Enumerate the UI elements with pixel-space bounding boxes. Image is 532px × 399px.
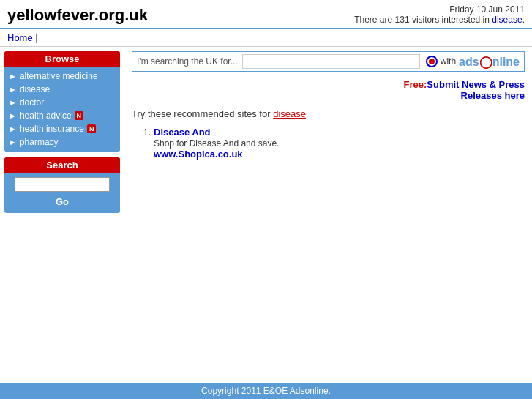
search-bar-input[interactable] <box>242 54 420 69</box>
adsonline-logo: ads◯nline <box>459 55 520 69</box>
press-release: Free:Submit News & Press Releases here <box>132 79 525 101</box>
visitors-label: There are 131 visitors interested in <box>354 15 492 25</box>
search-go-button[interactable]: Go <box>44 195 80 209</box>
page-layout: Browse ► alternative medicine ► disease … <box>0 47 532 217</box>
footer-text: Copyright 2011 E&OE Adsonline. <box>201 386 331 396</box>
radio-button[interactable] <box>426 56 438 67</box>
radio-area: with ads◯nline <box>426 55 520 69</box>
main-content: I'm searching the UK for... with ads◯nli… <box>124 51 532 213</box>
ads-text: ads <box>459 56 479 68</box>
sidebar-item-health-advice[interactable]: ► health advice N <box>7 109 117 122</box>
arrow-icon: ► <box>9 85 17 94</box>
badge-new: N <box>87 124 97 133</box>
sidebar-link-pharmacy[interactable]: pharmacy <box>20 137 59 147</box>
arrow-icon: ► <box>9 124 17 133</box>
sidebar-item-disease[interactable]: ► disease <box>7 83 117 96</box>
nav-home[interactable]: Home <box>7 32 33 43</box>
badge-new: N <box>75 111 84 120</box>
sidebar-link-health-insurance[interactable]: health insurance <box>20 124 84 134</box>
sidebar-link-alternative-medicine[interactable]: alternative medicine <box>20 71 98 81</box>
recommended-keyword[interactable]: disease <box>273 108 306 119</box>
visitors-text: There are 131 visitors interested in dis… <box>354 15 525 25</box>
press-free-label: Free: <box>404 79 427 90</box>
nav-bar: Home | <box>0 29 532 47</box>
radio-inner <box>429 59 435 64</box>
with-label: with <box>441 56 456 67</box>
sidebar-items: ► alternative medicine ► disease ► docto… <box>4 67 120 152</box>
sidebar-item-alternative-medicine[interactable]: ► alternative medicine <box>7 70 117 83</box>
ads-o: ◯ <box>479 56 492 68</box>
nav-separator: | <box>35 32 37 43</box>
sidebar-item-doctor[interactable]: ► doctor <box>7 96 117 109</box>
sidebar-item-health-insurance[interactable]: ► health insurance N <box>7 122 117 135</box>
arrow-icon: ► <box>9 138 17 146</box>
arrow-icon: ► <box>9 72 17 81</box>
sidebar-item-pharmacy[interactable]: ► pharmacy <box>7 135 117 149</box>
sidebar-link-doctor[interactable]: doctor <box>20 97 44 108</box>
search-bar: I'm searching the UK for... with ads◯nli… <box>132 51 525 72</box>
search-title: Search <box>4 157 120 173</box>
results-list: Disease And Shop for Disease And and sav… <box>154 127 525 160</box>
browse-section: Browse ► alternative medicine ► disease … <box>4 51 120 152</box>
arrow-icon: ► <box>9 98 17 107</box>
search-bar-label: I'm searching the UK for... <box>137 56 238 67</box>
arrow-icon: ► <box>9 111 17 120</box>
press-text: Submit News & Press <box>427 79 525 90</box>
search-body: Go <box>4 173 120 213</box>
visitors-link[interactable]: disease <box>492 15 522 25</box>
sidebar-link-disease[interactable]: disease <box>20 84 50 94</box>
visitors-after: . <box>522 15 525 25</box>
page-header: yellowfever.org.uk Friday 10 Jun 2011 Th… <box>0 0 532 29</box>
recommended-intro: Try these recommended sites for <box>132 108 273 119</box>
result-description: Shop for Disease And and save. <box>154 138 279 149</box>
sidebar-link-health-advice[interactable]: health advice <box>20 111 72 121</box>
search-input[interactable] <box>15 177 110 192</box>
press-releases-link[interactable]: Releases here <box>461 90 525 101</box>
header-info: Friday 10 Jun 2011 There are 131 visitor… <box>354 4 525 25</box>
sidebar: Browse ► alternative medicine ► disease … <box>0 51 124 213</box>
page-footer: Copyright 2011 E&OE Adsonline. <box>0 383 532 399</box>
recommended-section: Try these recommended sites for disease <box>132 108 525 119</box>
result-title[interactable]: Disease And <box>154 127 211 138</box>
result-item: Disease And Shop for Disease And and sav… <box>154 127 525 160</box>
date-text: Friday 10 Jun 2011 <box>354 4 525 15</box>
ads-nline: nline <box>492 56 520 68</box>
search-section: Search Go <box>4 157 120 213</box>
site-title: yellowfever.org.uk <box>7 6 148 25</box>
result-url[interactable]: www.Shopica.co.uk <box>154 149 243 160</box>
browse-title: Browse <box>4 51 120 67</box>
